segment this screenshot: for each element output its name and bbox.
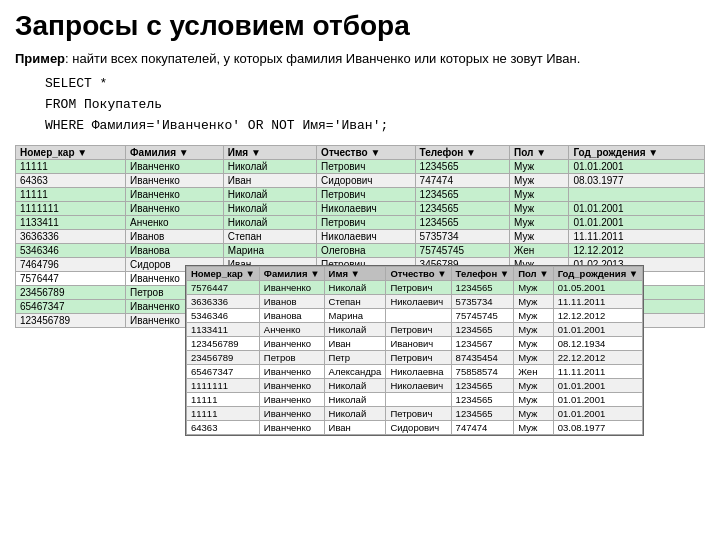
main-table-header[interactable]: Телефон ▼ <box>415 145 509 159</box>
main-table-header[interactable]: Отчество ▼ <box>317 145 415 159</box>
second-table-header[interactable]: Телефон ▼ <box>451 266 514 280</box>
main-table-header[interactable]: Номер_кар ▼ <box>16 145 126 159</box>
table-row: 1133411АнченкоНиколайПетрович1234565Муж0… <box>16 215 705 229</box>
table-row: 3636336ИвановСтепанНиколаевич5735734Муж1… <box>187 294 643 308</box>
second-table-header[interactable]: Фамилия ▼ <box>259 266 324 280</box>
second-table: Номер_кар ▼Фамилия ▼Имя ▼Отчество ▼Телеф… <box>186 266 643 435</box>
second-table-wrapper: Номер_кар ▼Фамилия ▼Имя ▼Отчество ▼Телеф… <box>185 265 644 436</box>
table-row: 1133411АнченкоНиколайПетрович1234565Муж0… <box>187 322 643 336</box>
table-row: 1111111ИванченкоНиколайНиколаевич1234565… <box>187 378 643 392</box>
table-row: 5346346ИвановаМаринаОлеговна75745745Жен1… <box>16 243 705 257</box>
page-title: Запросы с условием отбора <box>15 10 705 42</box>
second-table-header[interactable]: Имя ▼ <box>324 266 386 280</box>
table-row: 3636336ИвановСтепанНиколаевич5735734Муж1… <box>16 229 705 243</box>
table-row: 7576447ИванченкоНиколайПетрович1234565Му… <box>187 280 643 294</box>
description: Пример: найти всех покупателей, у которы… <box>15 50 705 68</box>
table-row: 64363ИванченкоИванСидорович747474Муж03.0… <box>187 420 643 434</box>
table-row: 123456789ИванченкоИванИванович1234567Муж… <box>187 336 643 350</box>
main-table-container: Номер_кар ▼Фамилия ▼Имя ▼Отчество ▼Телеф… <box>15 145 705 328</box>
table-row: 11111ИванченкоНиколай1234565Муж01.01.200… <box>187 392 643 406</box>
second-table-header[interactable]: Номер_кар ▼ <box>187 266 260 280</box>
code-line-1: SELECT * <box>45 74 705 95</box>
code-line-2: FROM Покупатель <box>45 95 705 116</box>
table-row: 11111ИванченкоНиколайПетрович1234565Муж <box>16 187 705 201</box>
table-row: 11111ИванченкоНиколайПетрович1234565Муж0… <box>187 406 643 420</box>
code-line-3: WHERE Фамилия='Иванченко' OR NOT Имя='Ив… <box>45 116 705 137</box>
description-text: : найти всех покупателей, у которых фами… <box>65 51 580 66</box>
main-table-header[interactable]: Пол ▼ <box>510 145 569 159</box>
main-table-header[interactable]: Год_рождения ▼ <box>569 145 705 159</box>
description-bold: Пример <box>15 51 65 66</box>
table-row: 1111111ИванченкоНиколайНиколаевич1234565… <box>16 201 705 215</box>
table-row: 23456789ПетровПетрПетрович87435454Муж22.… <box>187 350 643 364</box>
table-row: 11111ИванченкоНиколайПетрович1234565Муж0… <box>16 159 705 173</box>
main-table-header[interactable]: Фамилия ▼ <box>126 145 224 159</box>
table-row: 5346346ИвановаМарина75745745Муж12.12.201… <box>187 308 643 322</box>
table-row: 64363ИванченкоИванСидорович747474Муж08.0… <box>16 173 705 187</box>
code-block: SELECT * FROM Покупатель WHERE Фамилия='… <box>45 74 705 136</box>
second-table-header[interactable]: Год_рождения ▼ <box>553 266 643 280</box>
table-row: 65467347ИванченкоАлександраНиколаевна758… <box>187 364 643 378</box>
second-table-header[interactable]: Отчество ▼ <box>386 266 451 280</box>
second-table-header[interactable]: Пол ▼ <box>514 266 553 280</box>
main-table-header[interactable]: Имя ▼ <box>223 145 316 159</box>
